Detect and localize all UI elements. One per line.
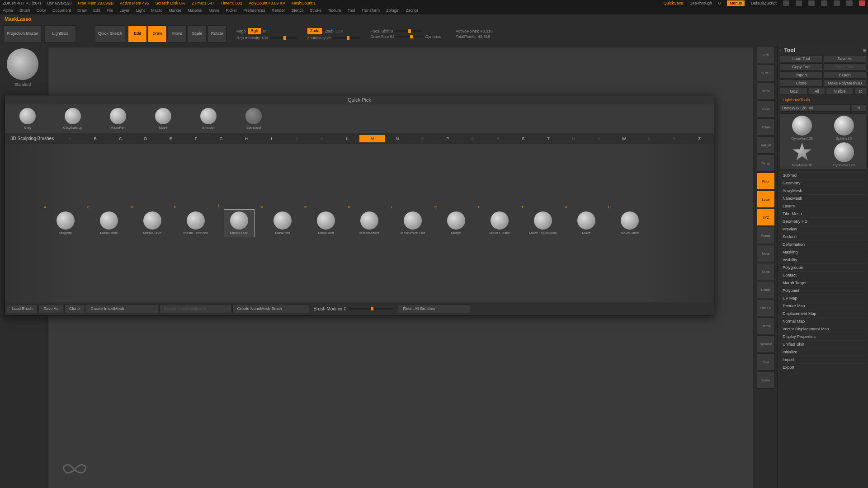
zsub-btn[interactable]: Zsub [325, 29, 334, 33]
brush-maskcurve[interactable]: SMaskCurve [137, 211, 168, 235]
menu-alpha[interactable]: Alpha [3, 8, 13, 13]
sidebar-frame[interactable]: Frame [757, 227, 775, 244]
tool-thumb-sphere3d[interactable]: Sphere3D [824, 116, 864, 141]
clone-btn[interactable]: Clone [780, 80, 823, 87]
sidebar-xpose[interactable]: Xpose [757, 371, 775, 389]
brush-maskcurvepen[interactable]: PMaskCurvePen [180, 211, 211, 235]
sidebar-actual[interactable]: Actual [757, 118, 775, 136]
menu-texture[interactable]: Texture [328, 8, 341, 13]
section-display-properties[interactable]: Display Properties [780, 333, 866, 340]
mrgb-btn[interactable]: Mrgb [236, 29, 246, 33]
focal-shift[interactable]: Focal Shift 0 [370, 29, 393, 33]
section-geometry-hd[interactable]: Geometry HD [780, 217, 866, 225]
menu-stroke[interactable]: Stroke [310, 8, 321, 13]
menu-marker[interactable]: Marker [169, 8, 181, 13]
alpha-r[interactable]: R [486, 135, 511, 142]
section-normal-map[interactable]: Normal Map [780, 317, 866, 325]
section-masking[interactable]: Masking [780, 248, 866, 256]
quick-sketch-btn[interactable]: Quick Sketch [95, 25, 125, 42]
brush-maskcircle[interactable]: CMaskCircle [94, 211, 124, 235]
sidebar-solo[interactable]: Solo [757, 353, 775, 371]
sidebar-move[interactable]: Move [757, 245, 775, 262]
rgb-intensity[interactable]: Rgb Intensity 100 [236, 36, 268, 40]
menu-picker[interactable]: Picker [226, 8, 237, 13]
rgb-intensity-slider[interactable] [270, 37, 297, 39]
sidebar-line-fill[interactable]: Line Fill [757, 299, 775, 316]
alpha-u[interactable]: U [561, 135, 586, 142]
section-layers[interactable]: Layers [780, 202, 866, 210]
sidebar-scale[interactable]: Scale [757, 263, 775, 280]
minimize-icon[interactable] [834, 0, 840, 6]
brush-masklasso[interactable]: LMaskLasso [224, 209, 255, 237]
sidebar-scroll[interactable]: Scroll [757, 82, 775, 99]
lightbox-tools[interactable]: Lightbox>Tools [780, 96, 866, 103]
alpha-k[interactable]: K [309, 135, 335, 142]
alpha-w[interactable]: W [611, 135, 637, 142]
menus-btn[interactable]: Menus [727, 0, 745, 6]
goz-r-btn[interactable]: R [854, 88, 866, 95]
drawsize-slider[interactable] [396, 36, 424, 38]
m-btn[interactable]: M [263, 29, 267, 33]
sidebar-aahalf[interactable]: AAHalf [757, 136, 775, 154]
brush-magnify[interactable]: AMagnify [50, 211, 81, 235]
alpha-x[interactable]: X [637, 135, 662, 142]
menu-stencil[interactable]: Stencil [291, 8, 303, 13]
alpha-l[interactable]: L [335, 135, 360, 142]
section-texture-map[interactable]: Texture Map [780, 302, 866, 310]
alpha-b[interactable]: B [83, 135, 108, 142]
brush-maskrect[interactable]: RMaskRect [311, 211, 341, 235]
z-intensity[interactable]: Z Intensity 25 [307, 36, 331, 40]
make-polymesh-btn[interactable]: Make PolyMesh3D [824, 80, 867, 87]
tool-thumb-dynawax128[interactable]: DynaWax128 [824, 142, 864, 167]
export-btn[interactable]: Export [824, 71, 867, 79]
section-export[interactable]: Export [780, 363, 866, 371]
brush-move-topological[interactable]: TMove Topological [528, 211, 558, 235]
goz-all-btn[interactable]: All [809, 88, 825, 95]
window-icon[interactable] [783, 0, 789, 6]
section-contact[interactable]: Contact [780, 271, 866, 279]
dynamic-label[interactable]: Dynamic [425, 34, 441, 39]
sidebar-rotate[interactable]: Rotate [757, 281, 775, 298]
menu-zscript[interactable]: Zscript [406, 8, 418, 13]
alpha-y[interactable]: Y [662, 135, 687, 142]
tool-thumb-dynawax128[interactable]: DynaWax128 [782, 116, 822, 141]
brush-matchmaker[interactable]: MMatchMaker [354, 211, 385, 235]
brush-morph[interactable]: OMorph [441, 211, 472, 235]
sidebar-spix-3[interactable]: SPix 3 [757, 64, 775, 81]
z-intensity-slider[interactable] [333, 37, 360, 39]
save-as-btn[interactable]: Save As [824, 55, 867, 62]
alpha-g[interactable]: G [208, 135, 234, 142]
create-insertmesh-btn[interactable]: Create InsertMesh [86, 304, 158, 313]
maximize-icon[interactable] [846, 0, 853, 6]
create-multimesh-btn[interactable]: Create InsertMultiMesh [159, 304, 231, 313]
window-icon[interactable] [796, 0, 802, 6]
section-initialize[interactable]: Initialize [780, 348, 866, 356]
tool-r-btn[interactable]: R [852, 104, 866, 112]
section-morph-target[interactable]: Morph Target [780, 279, 866, 286]
alpha-s[interactable]: S [511, 135, 536, 142]
sidebar-bpr[interactable]: BPR [757, 46, 775, 63]
zadd-btn[interactable]: Zadd [307, 28, 323, 35]
alpha-e[interactable]: E [158, 135, 184, 142]
section-subtool[interactable]: SubTool [780, 171, 866, 179]
brush-modifier-slider[interactable] [348, 308, 393, 310]
alpha-d[interactable]: D [133, 135, 158, 142]
menu-brush[interactable]: Brush [19, 8, 30, 13]
alpha-j[interactable]: J [284, 135, 309, 142]
section-import[interactable]: Import [780, 356, 866, 363]
reset-brushes-btn[interactable]: Reset All Brushes [398, 304, 470, 313]
quickpick-clay[interactable]: Clay [14, 108, 41, 130]
menu-transform[interactable]: Transform [361, 8, 380, 13]
section-geometry[interactable]: Geometry [780, 179, 866, 187]
section-polygroups[interactable]: Polygroups [780, 263, 866, 271]
alpha-v[interactable]: V [586, 135, 612, 142]
brush-move-elastic[interactable]: EMove Elastic [484, 211, 515, 235]
window-icon[interactable] [821, 0, 827, 6]
menu-document[interactable]: Document [52, 8, 71, 13]
close-icon[interactable] [859, 0, 865, 6]
section-polypaint[interactable]: Polypaint [780, 286, 866, 294]
load-tool-btn[interactable]: Load Tool [780, 55, 823, 62]
copy-tool-btn[interactable]: Copy Tool [780, 63, 823, 70]
section-displacement-map[interactable]: Displacement Map [780, 310, 866, 317]
section-nanomesh[interactable]: NanoMesh [780, 194, 866, 202]
